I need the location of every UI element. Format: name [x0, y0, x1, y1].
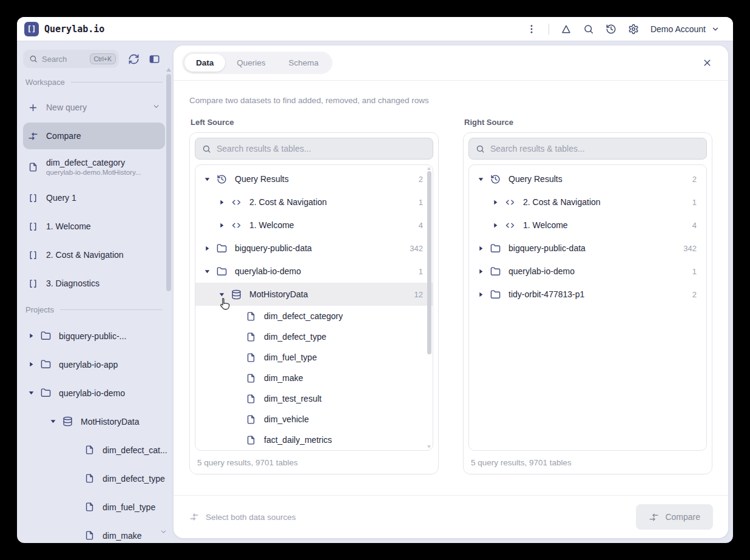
left-source-search	[195, 138, 433, 160]
scroll-up-arrow[interactable]	[166, 68, 171, 72]
file-icon	[246, 373, 256, 383]
delta-icon[interactable]	[561, 24, 572, 35]
tree-row-label: dim_vehicle	[264, 414, 309, 424]
file-icon	[246, 332, 256, 342]
tree-row-querylab-io-demo[interactable]: querylab-io-demo1	[469, 260, 706, 283]
sidebar-toggle-icon[interactable]	[149, 53, 160, 65]
compare-arrows-icon	[189, 512, 199, 522]
chevron-down-icon[interactable]	[152, 103, 160, 112]
project-tree-label: MotHistoryData	[81, 417, 139, 427]
sidebar-item-dim-defect-category[interactable]: dim_defect_categoryquerylab-io-demo.MotH…	[23, 151, 165, 183]
left-source-label: Left Source	[191, 118, 439, 127]
account-menu[interactable]: Demo Account	[650, 24, 720, 34]
sidebar-item-2-cost-navigation[interactable]: 2. Cost & Navigation	[23, 241, 165, 268]
caret-down-icon[interactable]	[50, 418, 56, 425]
caret-down-icon[interactable]	[204, 176, 211, 183]
project-tree-row-mothistorydata[interactable]: MotHistoryData	[23, 407, 165, 436]
tab-data[interactable]: Data	[184, 54, 225, 72]
tree-row-bigquery-public-data[interactable]: bigquery-public-data342	[195, 237, 433, 260]
tree-row-dim-make[interactable]: dim_make	[195, 368, 433, 388]
caret-down-icon[interactable]	[204, 268, 211, 275]
caret-down-icon[interactable]	[28, 390, 35, 396]
tree-row-1-welcome[interactable]: 1. Welcome4	[469, 214, 706, 237]
caret-right-icon[interactable]	[204, 245, 211, 252]
caret-right-icon[interactable]	[218, 199, 225, 206]
folder-icon	[217, 266, 227, 277]
plus-icon	[28, 103, 38, 113]
caret-right-icon[interactable]	[492, 199, 499, 206]
tree-scrollbar[interactable]	[427, 167, 431, 448]
project-tree-row-dim-make[interactable]: dim_make	[23, 521, 165, 543]
caret-right-icon[interactable]	[478, 291, 484, 298]
tree-row-querylab-io-demo[interactable]: querylab-io-demo1	[195, 260, 433, 283]
tree-row-count: 342	[410, 244, 423, 253]
project-tree-row-querylab-io-demo[interactable]: querylab-io-demo	[23, 379, 165, 407]
tree-row-label: dim_defect_type	[264, 332, 326, 342]
tree-row-query-results[interactable]: Query Results2	[469, 167, 706, 191]
search-icon[interactable]	[583, 24, 594, 35]
caret-right-icon[interactable]	[492, 222, 499, 229]
project-tree-row-bigquery-public-[interactable]: bigquery-public-...	[23, 322, 165, 350]
account-label: Demo Account	[650, 24, 706, 34]
caret-down-icon[interactable]	[478, 176, 484, 183]
sidebar-scroll-down-icon[interactable]	[160, 527, 167, 538]
tree-row-mothistorydata[interactable]: MotHistoryData12	[195, 283, 433, 306]
file-icon	[84, 530, 95, 541]
gear-icon[interactable]	[628, 24, 639, 35]
tree-row-tidy-orbit-477813-p1[interactable]: tidy-orbit-477813-p12	[469, 283, 706, 306]
history-icon	[217, 174, 227, 184]
history-icon[interactable]	[606, 24, 617, 35]
project-tree-row-dim-fuel-type[interactable]: dim_fuel_type	[23, 493, 165, 521]
sidebar-item-1-welcome[interactable]: 1. Welcome	[23, 213, 165, 240]
tree-row-2-cost-navigation[interactable]: 2. Cost & Navigation1	[469, 191, 706, 214]
sidebar-search[interactable]: Search Ctrl+K	[23, 50, 119, 68]
tab-schema[interactable]: Schema	[277, 54, 331, 72]
topbar-divider	[549, 24, 549, 35]
sidebar-item-3-diagnostics[interactable]: 3. Diagnostics	[23, 270, 165, 297]
sidebar-search-placeholder: Search	[42, 55, 86, 64]
tree-row-dim-defect-category[interactable]: dim_defect_category	[195, 306, 433, 326]
caret-right-icon[interactable]	[28, 361, 35, 368]
tree-row-label: dim_make	[264, 373, 303, 383]
tree-row-dim-defect-type[interactable]: dim_defect_type	[195, 326, 433, 347]
scrollbar-thumb[interactable]	[166, 74, 171, 291]
tree-row-dim-vehicle[interactable]: dim_vehicle	[195, 409, 433, 430]
folder-icon	[217, 243, 227, 254]
scroll-down-arrow[interactable]	[427, 445, 431, 448]
caret-right-icon[interactable]	[28, 332, 35, 339]
sidebar-item-compare[interactable]: Compare	[23, 123, 165, 149]
tree-row-dim-test-result[interactable]: dim_test_result	[195, 388, 433, 409]
tree-row-fact-daily-metrics[interactable]: fact_daily_metrics	[195, 430, 433, 450]
caret-right-icon[interactable]	[218, 222, 225, 229]
caret-right-icon[interactable]	[478, 268, 484, 275]
projects-section-label: Projects	[25, 305, 163, 314]
project-tree-row-dim-defect-cat-[interactable]: dim_defect_cat...	[23, 436, 165, 464]
project-tree-row-dim-defect-type[interactable]: dim_defect_type	[23, 464, 165, 493]
brackets-icon	[28, 250, 38, 260]
file-icon	[84, 473, 95, 484]
new-query-button[interactable]: New query	[23, 94, 165, 121]
tree-row-label: fact_daily_metrics	[264, 435, 332, 445]
right-source-panel: Right Source Query Results22. Cost & Nav…	[463, 118, 712, 474]
compare-button[interactable]: Compare	[636, 504, 713, 530]
tree-row-bigquery-public-data[interactable]: bigquery-public-data342	[469, 237, 706, 260]
select-sources-hint: Select both data sources	[189, 512, 296, 522]
logo-glyph: []	[27, 25, 36, 33]
tree-row-dim-fuel-type[interactable]: dim_fuel_type	[195, 347, 433, 368]
project-tree-row-querylab-io-app[interactable]: querylab-io-app	[23, 350, 165, 379]
sidebar-scrollbar[interactable]	[166, 68, 171, 296]
refresh-icon[interactable]	[128, 53, 140, 65]
scrollbar-thumb[interactable]	[427, 171, 431, 354]
tree-row-1-welcome[interactable]: 1. Welcome4	[195, 214, 433, 237]
sidebar-item-query-1[interactable]: Query 1	[23, 184, 165, 211]
close-icon[interactable]	[702, 58, 712, 68]
kebab-menu-icon[interactable]	[526, 24, 537, 35]
tab-queries[interactable]: Queries	[225, 54, 277, 72]
left-source-search-input[interactable]	[217, 144, 426, 153]
scroll-up-arrow[interactable]	[427, 167, 431, 170]
tree-row-2-cost-navigation[interactable]: 2. Cost & Navigation1	[195, 191, 433, 214]
tree-row-query-results[interactable]: Query Results2	[195, 167, 433, 191]
caret-right-icon[interactable]	[478, 245, 484, 252]
caret-down-icon[interactable]	[218, 291, 225, 298]
right-source-search-input[interactable]	[490, 144, 700, 153]
